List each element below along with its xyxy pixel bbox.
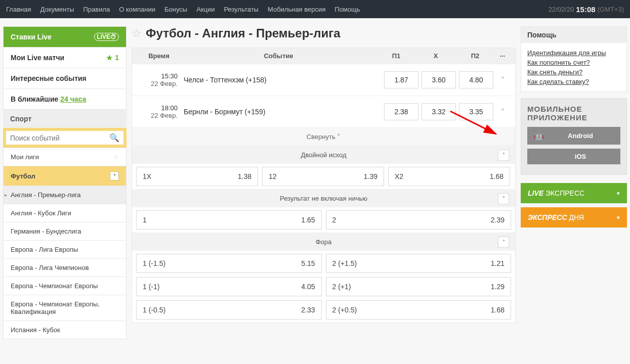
col-x: X — [416, 52, 455, 60]
help-link[interactable]: Идентификация для игры — [527, 49, 620, 57]
selection[interactable]: 1 (-0.5)2.33 — [136, 300, 322, 320]
sidebar: Ставки Live LIVE⏱ Мои Live матчи ★ 1 Инт… — [3, 26, 127, 339]
market-title: Фора — [316, 238, 332, 246]
search-input[interactable] — [10, 134, 109, 142]
sidebar-league[interactable]: Европа - Лига Европы — [4, 240, 126, 258]
star-icon: ★ 1 — [106, 54, 119, 62]
chevron-up-icon: ˄ — [498, 193, 509, 204]
clock-date: 22/02/20 — [549, 6, 574, 13]
col-event: Событие — [181, 52, 376, 60]
odd-x[interactable]: 3.60 — [422, 71, 456, 88]
sidebar-league[interactable]: Германия - Бундеслига — [4, 222, 126, 240]
odd-x[interactable]: 3.32 — [422, 103, 456, 120]
sidebar-league[interactable]: Англия - Кубок Лиги — [4, 204, 126, 222]
android-button[interactable]: 🤖 Android — [527, 127, 620, 145]
clock-time: 15:08 — [576, 5, 595, 14]
sidebar-interesting[interactable]: Интересные события — [4, 68, 126, 88]
sidebar-league[interactable]: Европа - Чемпионат Европы — [4, 277, 126, 295]
nav-mobile[interactable]: Мобильная версия — [268, 6, 325, 13]
col-more[interactable]: ··· — [495, 52, 510, 60]
league-label: Европа - Лига Чемпионов — [11, 264, 89, 271]
odd-p2[interactable]: 4.80 — [459, 71, 493, 88]
sidebar-live-header[interactable]: Ставки Live LIVE⏱ — [4, 27, 126, 47]
col-p1: П1 — [376, 52, 416, 60]
nav-results[interactable]: Результаты — [224, 6, 258, 13]
market-header[interactable]: Результат не включая ничью ˄ — [132, 190, 515, 207]
selection[interactable]: 2 (+1)1.29 — [326, 277, 512, 296]
sidebar-upcoming-label: В ближайшие 24 часа — [11, 95, 86, 103]
selection[interactable]: 1X1.38 — [136, 167, 258, 186]
league-label: Англия - Премьер-лига — [11, 191, 81, 199]
promo-express-day[interactable]: ЭКСПРЕСС ДНЯ ▾ — [521, 207, 627, 228]
right-column: Помощь Идентификация для игры Как пополн… — [521, 26, 627, 339]
league-label: Европа - Чемпионат Европы — [11, 282, 98, 290]
sidebar-league[interactable]: Европа - Чемпионат Европы, Квалификация — [4, 295, 126, 321]
selection[interactable]: 1 (-1)4.05 — [136, 277, 322, 296]
market-title: Результат не включая ничью — [280, 195, 367, 202]
selection[interactable]: 22.39 — [326, 210, 512, 230]
sidebar-upcoming[interactable]: В ближайшие 24 часа — [4, 88, 126, 109]
event-name[interactable]: Бернли - Борнмут (+159) — [181, 108, 383, 116]
selection[interactable]: 11.65 — [136, 210, 322, 230]
odd-p1[interactable]: 2.38 — [384, 103, 418, 120]
chevron-up-icon: ˄ — [498, 237, 509, 248]
market-dnb: Результат не включая ничью ˄ 11.65 22.39 — [132, 189, 515, 233]
league-label: Англия - Кубок Лиги — [11, 209, 71, 217]
search-icon[interactable]: 🔍 — [109, 133, 119, 143]
market-header[interactable]: Фора ˄ — [132, 233, 515, 251]
event-row: 15:3022 Февр. Челси - Тоттенхэм (+158) 1… — [132, 64, 515, 96]
market-handicap: Фора ˄ 1 (-1.5)5.15 2 (+1.5)1.21 1 (-1)4… — [132, 233, 515, 323]
events-header: Время Событие П1 X П2 ··· — [132, 48, 515, 64]
nav-rules[interactable]: Правила — [83, 6, 110, 13]
page-title: Футбол - Англия - Премьер-лига — [146, 26, 341, 40]
events-table: Время Событие П1 X П2 ··· 15:3022 Февр. … — [132, 48, 516, 323]
nav-bonuses[interactable]: Бонусы — [164, 6, 187, 13]
selection[interactable]: X21.68 — [388, 167, 510, 186]
mobile-app-title: МОБИЛЬНОЕ ПРИЛОЖЕНИЕ — [527, 105, 620, 122]
clock-tz: (GMT+3) — [598, 6, 624, 13]
help-link[interactable]: Как пополнить счет? — [527, 59, 620, 66]
nav-promos[interactable]: Акции — [196, 6, 215, 13]
help-link[interactable]: Как снять деньги? — [527, 68, 620, 76]
chevron-down-icon: ▾ — [617, 214, 620, 221]
ios-button[interactable]: iOS — [527, 149, 620, 164]
sidebar-my-live-label: Мои Live матчи — [11, 54, 64, 62]
chevron-down-icon: ▾ — [617, 190, 620, 197]
nav-main[interactable]: Главная — [6, 6, 31, 13]
chevron-up-icon: ˄ — [110, 171, 119, 180]
collapse-bar[interactable]: Свернуть ˄ — [132, 127, 515, 146]
sidebar-league[interactable]: Европа - Лига Чемпионов — [4, 258, 126, 277]
promo-live-express[interactable]: LIVE ЭКСПРЕСС ▾ — [521, 183, 627, 203]
col-time: Время — [137, 52, 181, 60]
market-header[interactable]: Двойной исход ˄ — [132, 146, 515, 164]
odd-p1[interactable]: 1.87 — [384, 71, 418, 88]
main-content: ☆ Футбол - Англия - Премьер-лига Время С… — [132, 26, 516, 339]
nav-about[interactable]: О компании — [119, 6, 155, 13]
expand-toggle[interactable]: ˅ — [495, 76, 510, 84]
help-box: Помощь Идентификация для игры Как пополн… — [521, 26, 627, 92]
favorite-star-icon[interactable]: ☆ — [132, 27, 142, 40]
nav-help[interactable]: Помощь — [334, 6, 360, 13]
selection[interactable]: 2 (+1.5)1.21 — [326, 254, 512, 273]
sidebar-24h-link[interactable]: 24 часа — [60, 95, 86, 103]
help-link[interactable]: Как сделать ставку? — [527, 78, 620, 85]
sidebar-my-live[interactable]: Мои Live матчи ★ 1 — [4, 47, 126, 68]
sidebar-football-label: Футбол — [11, 172, 35, 180]
chevron-up-icon: ˄ — [498, 150, 509, 161]
selection[interactable]: 121.39 — [262, 167, 384, 186]
star-outline-icon: ☆ — [113, 153, 119, 161]
league-label: Европа - Чемпионат Европы, Квалификация — [11, 300, 119, 315]
event-name[interactable]: Челси - Тоттенхэм (+158) — [181, 76, 383, 84]
collapse-toggle[interactable]: ˄ — [495, 108, 510, 116]
selection[interactable]: 2 (+0.5)1.68 — [326, 300, 512, 320]
nav-docs[interactable]: Документы — [40, 6, 74, 13]
sidebar-sport-football[interactable]: Футбол ˄ — [4, 166, 126, 186]
android-icon: 🤖 — [532, 131, 545, 141]
odd-p2[interactable]: 3.35 — [459, 103, 493, 120]
selection[interactable]: 1 (-1.5)5.15 — [136, 254, 322, 273]
sidebar-league-epl[interactable]: Англия - Премьер-лига — [4, 186, 126, 204]
sidebar-sport-header: Спорт — [3, 110, 127, 128]
android-label: Android — [545, 132, 615, 140]
sidebar-league[interactable]: Испания - Кубок — [4, 321, 126, 339]
sidebar-my-leagues[interactable]: Мои лиги ☆ — [4, 148, 126, 166]
